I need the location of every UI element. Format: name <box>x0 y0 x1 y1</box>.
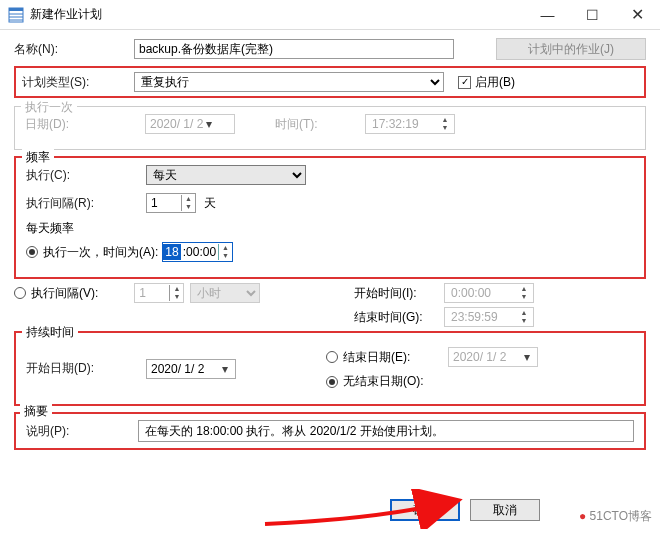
end-date-picker: 2020/ 1/ 2▾ <box>448 347 538 367</box>
description-text: 在每天的 18:00:00 执行。将从 2020/1/2 开始使用计划。 <box>138 420 634 442</box>
once-date-picker: 2020/ 1/ 2▾ <box>145 114 235 134</box>
once-time-label: 时间(T): <box>275 116 345 133</box>
minimize-button[interactable]: — <box>525 0 570 30</box>
daily-frequency-header: 每天频率 <box>26 220 634 237</box>
duration-legend: 持续时间 <box>22 324 78 341</box>
plan-type-row: 计划类型(S): 重复执行 启用(B) <box>14 66 646 98</box>
enable-label: 启用(B) <box>475 74 515 91</box>
maximize-button[interactable]: ☐ <box>570 0 615 30</box>
interval-unit: 天 <box>204 195 216 212</box>
app-icon <box>8 7 24 23</box>
once-time-picker: 17:32:19 ▲▼ <box>365 114 455 134</box>
exec-interval-label: 执行间隔(R): <box>26 195 146 212</box>
exec-interval-spinner[interactable]: 1 ▲▼ <box>146 193 196 213</box>
summary-legend: 摘要 <box>20 403 52 420</box>
name-input[interactable] <box>134 39 454 59</box>
end-date-label: 结束日期(E): <box>343 349 438 366</box>
exec-once-radio[interactable] <box>26 246 38 258</box>
plan-type-label: 计划类型(S): <box>22 74 134 91</box>
no-end-date-label: 无结束日期(O): <box>343 373 424 390</box>
end-date-radio[interactable] <box>326 351 338 363</box>
end-time-row: 结束时间(G): 23:59:59 ▲▼ <box>14 307 646 327</box>
no-end-date-radio[interactable] <box>326 376 338 388</box>
execute-once-legend: 执行一次 <box>21 99 77 116</box>
end-time-input: 23:59:59 ▲▼ <box>444 307 534 327</box>
exec-once-label: 执行一次，时间为(A): <box>43 244 158 261</box>
cancel-button[interactable]: 取消 <box>470 499 540 521</box>
start-date-picker[interactable]: 2020/ 1/ 2▾ <box>146 359 236 379</box>
execute-once-group: 执行一次 日期(D): 2020/ 1/ 2▾ 时间(T): 17:32:19 … <box>14 106 646 150</box>
jobs-in-plan-button[interactable]: 计划中的作业(J) <box>496 38 646 60</box>
name-row: 名称(N): 计划中的作业(J) <box>14 38 646 60</box>
exec-once-time-input[interactable]: 18:00:00 ▲▼ <box>162 242 233 262</box>
once-date-label: 日期(D): <box>25 116 145 133</box>
content-area: 名称(N): 计划中的作业(J) 计划类型(S): 重复执行 启用(B) 执行一… <box>0 30 660 450</box>
exec-label: 执行(C): <box>26 167 146 184</box>
duration-group: 持续时间 开始日期(D): 2020/ 1/ 2▾ 结束日期(E): 2020/… <box>14 331 646 406</box>
titlebar: 新建作业计划 — ☐ ✕ <box>0 0 660 30</box>
svg-rect-1 <box>9 8 23 11</box>
dialog-buttons: 确定 取消 <box>390 499 540 521</box>
enable-wrap: 启用(B) <box>458 74 515 91</box>
watermark: ● 51CTO博客 <box>579 508 652 525</box>
end-time-label: 结束时间(G): <box>354 309 444 326</box>
ok-button[interactable]: 确定 <box>390 499 460 521</box>
description-label: 说明(P): <box>26 423 138 440</box>
exec-interval-radio[interactable] <box>14 287 26 299</box>
enable-checkbox[interactable] <box>458 76 471 89</box>
close-button[interactable]: ✕ <box>615 0 660 30</box>
start-date-label: 开始日期(D): <box>26 360 146 377</box>
exec-interval-radio-label: 执行间隔(V): <box>31 285 98 302</box>
start-time-input: 0:00:00 ▲▼ <box>444 283 534 303</box>
interval-value-spinner: 1 ▲▼ <box>134 283 184 303</box>
interval-radio-row: 执行间隔(V): 1 ▲▼ 小时 开始时间(I): 0:00:00 ▲▼ <box>14 283 646 303</box>
summary-group: 摘要 说明(P): 在每天的 18:00:00 执行。将从 2020/1/2 开… <box>14 412 646 450</box>
plan-type-select[interactable]: 重复执行 <box>134 72 444 92</box>
start-time-label: 开始时间(I): <box>354 285 444 302</box>
name-label: 名称(N): <box>14 41 134 58</box>
exec-frequency-select[interactable]: 每天 <box>146 165 306 185</box>
frequency-legend: 频率 <box>22 149 54 166</box>
frequency-group: 频率 执行(C): 每天 执行间隔(R): 1 ▲▼ 天 每天频率 执行一次，时… <box>14 156 646 279</box>
window-title: 新建作业计划 <box>30 6 525 23</box>
interval-unit-select: 小时 <box>190 283 260 303</box>
